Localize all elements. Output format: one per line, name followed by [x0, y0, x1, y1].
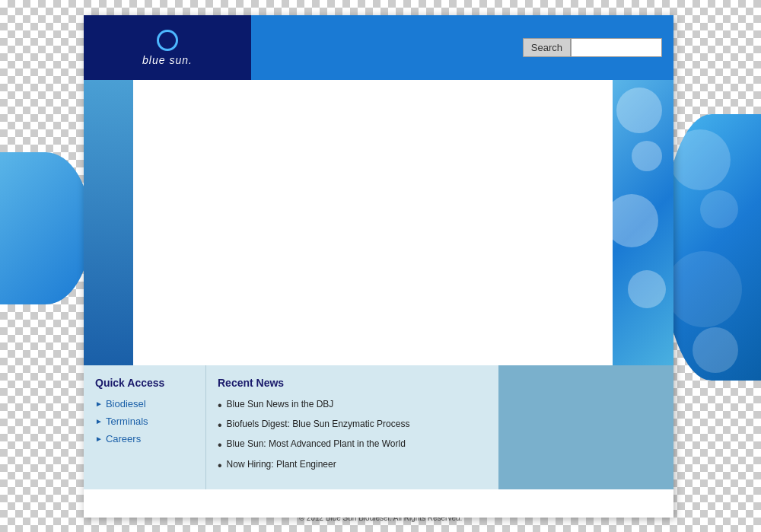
list-item: • Blue Sun: Most Advanced Plant in the W…	[218, 438, 487, 452]
careers-link[interactable]: Careers	[106, 433, 141, 444]
header: blue sun. Search	[84, 15, 673, 80]
arrow-icon: ►	[95, 417, 103, 425]
quick-access-panel: Quick Access ► Biodiesel ► Terminals ► C…	[84, 365, 205, 489]
arrow-icon: ►	[95, 435, 103, 443]
right-panel	[498, 365, 673, 489]
list-item: ► Terminals	[95, 416, 194, 427]
biodiesel-link[interactable]: Biodiesel	[106, 398, 146, 409]
list-item: • Blue Sun News in the DBJ	[218, 398, 487, 413]
bullet-icon: •	[218, 418, 222, 432]
logo-circle-icon	[157, 30, 178, 51]
right-blue-decoration	[613, 80, 673, 365]
logo-text: blue sun.	[142, 54, 193, 66]
news-text: Blue Sun: Most Advanced Plant in the Wor…	[227, 438, 406, 451]
bottom-section: Quick Access ► Biodiesel ► Terminals ► C…	[84, 365, 673, 489]
quick-access-title: Quick Access	[95, 377, 194, 389]
recent-news-title: Recent News	[218, 377, 487, 389]
left-blue-decoration	[84, 80, 133, 365]
search-area: Search	[523, 38, 662, 57]
bullet-icon: •	[218, 438, 222, 452]
list-item: • Now Hiring: Plant Engineer	[218, 458, 487, 473]
bullet-icon: •	[218, 458, 222, 473]
header-nav: Search	[251, 15, 673, 80]
recent-news-panel: Recent News • Blue Sun News in the DBJ •…	[205, 365, 498, 489]
bullet-icon: •	[218, 398, 222, 413]
search-button[interactable]: Search	[523, 38, 571, 57]
content-area	[84, 80, 673, 365]
search-input[interactable]	[571, 38, 662, 57]
news-text: Now Hiring: Plant Engineer	[227, 458, 336, 471]
logo-area: blue sun.	[84, 15, 251, 80]
news-text: Biofuels Digest: Blue Sun Enzymatic Proc…	[227, 418, 410, 431]
right-decoration	[662, 114, 761, 381]
news-text: Blue Sun News in the DBJ	[227, 398, 334, 411]
main-container: blue sun. Search Quick Access ► Biodiese…	[84, 15, 673, 518]
list-item: ► Biodiesel	[95, 398, 194, 409]
list-item: ► Careers	[95, 433, 194, 444]
left-decoration	[0, 152, 91, 304]
terminals-link[interactable]: Terminals	[106, 416, 148, 427]
arrow-icon: ►	[95, 400, 103, 408]
list-item: • Biofuels Digest: Blue Sun Enzymatic Pr…	[218, 418, 487, 432]
